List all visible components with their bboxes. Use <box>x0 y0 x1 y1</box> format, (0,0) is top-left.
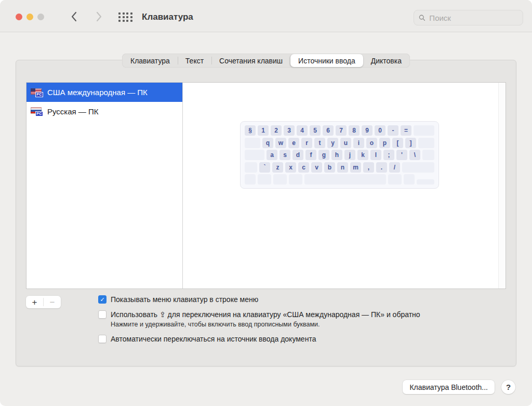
checkbox-note: Нажмите и удерживайте, чтобы включить вв… <box>111 321 514 328</box>
key-blank <box>245 150 264 160</box>
key-blank <box>258 174 271 185</box>
key-blank <box>417 179 434 185</box>
zoom-button-disabled <box>37 14 44 20</box>
search-icon <box>419 14 425 21</box>
key-4: 4 <box>297 125 308 136</box>
key-n: n <box>337 162 348 173</box>
search-field[interactable] <box>414 10 523 25</box>
key-2: 2 <box>271 125 282 136</box>
add-input-source-button[interactable]: + <box>26 296 43 308</box>
forward-button[interactable] <box>94 11 105 22</box>
checkbox-row[interactable]: ✓Показывать меню клавиатур в строке меню <box>98 295 514 304</box>
key-[: [ <box>392 138 403 148</box>
pc-badge: РС <box>35 111 43 116</box>
key-`: ` <box>259 162 270 173</box>
key-0: 0 <box>375 125 385 136</box>
key-h: h <box>331 150 342 160</box>
keyboard-row: asdfghjkl;'\ <box>245 150 434 160</box>
key-f: f <box>305 150 316 160</box>
key-r: r <box>301 138 312 148</box>
key-w: w <box>275 138 286 148</box>
keyboard-row: `zxcvbnm,./ <box>245 162 434 173</box>
input-source-name: Русская — ПК <box>47 107 99 116</box>
key-x: x <box>285 162 296 173</box>
options-list: ✓Показывать меню клавиатур в строке меню… <box>98 295 514 350</box>
list-item-input-source[interactable]: РСРусская — ПК <box>26 102 182 121</box>
key-9: 9 <box>362 125 373 136</box>
tab-bar: КлавиатураТекстСочетания клавишИсточники… <box>122 54 410 68</box>
input-sources-box: PCСША международная — ПКРСРусская — ПК §… <box>26 82 506 289</box>
ru-flag-icon: РС <box>31 108 42 114</box>
key-blank <box>414 125 434 136</box>
add-remove-control: + − <box>26 296 61 308</box>
back-button[interactable] <box>68 11 79 22</box>
scrollbar[interactable] <box>498 83 506 289</box>
close-button[interactable] <box>16 14 22 20</box>
input-source-list[interactable]: PCСША международная — ПКРСРусская — ПК <box>26 83 182 289</box>
key-§: § <box>245 125 256 136</box>
pc-badge: PC <box>35 92 43 97</box>
key-blank <box>245 162 257 173</box>
key-a: a <box>267 150 277 160</box>
key-j: j <box>344 150 355 160</box>
key-.: . <box>376 162 387 173</box>
tab-диктовка[interactable]: Диктовка <box>363 54 409 67</box>
tab-клавиатура[interactable]: Клавиатура <box>123 54 178 67</box>
input-source-name: США международная — ПК <box>47 88 148 97</box>
key-6: 6 <box>323 125 334 136</box>
bluetooth-keyboard-button[interactable]: Клавиатура Bluetooth... <box>403 380 495 394</box>
key-,: , <box>363 162 374 173</box>
key-blank <box>289 174 302 185</box>
keyboard-layout-preview: §1234567890-=qwertyuiop[]asdfghjkl;'\`zx… <box>240 121 439 189</box>
checkbox-label: Использовать ⇪ для переключения на клави… <box>111 310 420 319</box>
key-=: = <box>401 125 411 136</box>
key-1: 1 <box>258 125 269 136</box>
chevron-left-icon <box>71 11 77 22</box>
key-blank <box>388 174 402 185</box>
list-item-input-source[interactable]: PCСША международная — ПК <box>26 83 182 102</box>
key-': ' <box>396 150 407 160</box>
system-preferences-window: Клавиатура PCСША международная — ПКРСРус… <box>0 0 532 406</box>
title-bar: Клавиатура <box>0 0 532 32</box>
key-3: 3 <box>284 125 295 136</box>
traffic-lights <box>16 14 44 20</box>
show-all-grid-icon[interactable] <box>118 12 132 23</box>
checkbox-checked[interactable]: ✓ <box>98 295 107 304</box>
key-7: 7 <box>336 125 347 136</box>
checkbox-row[interactable]: Автоматически переключаться на источник … <box>98 335 514 343</box>
key-blank <box>402 162 434 173</box>
key-y: y <box>327 138 338 148</box>
key-blank <box>245 174 256 185</box>
search-input[interactable] <box>428 13 518 23</box>
preferences-pane: PCСША международная — ПКРСРусская — ПК §… <box>16 60 516 366</box>
checkbox-unchecked[interactable] <box>98 335 107 343</box>
remove-input-source-button[interactable]: − <box>44 296 61 308</box>
key-blank <box>273 174 287 185</box>
key-o: o <box>366 138 377 148</box>
key-m: m <box>350 162 361 173</box>
checkbox-row[interactable]: Использовать ⇪ для переключения на клави… <box>98 310 514 319</box>
page-title: Клавиатура <box>142 12 193 22</box>
help-button[interactable]: ? <box>501 380 515 394</box>
tab-текст[interactable]: Текст <box>178 54 211 67</box>
key-e: e <box>288 138 299 148</box>
key-;: ; <box>383 150 394 160</box>
tab-сочетания-клавиш[interactable]: Сочетания клавиш <box>211 54 290 67</box>
checkbox-label: Показывать меню клавиатур в строке меню <box>111 295 258 304</box>
checkbox-unchecked[interactable] <box>98 310 107 319</box>
key-blank <box>422 150 434 160</box>
key-/: / <box>389 162 400 173</box>
key-z: z <box>272 162 283 173</box>
key-t: t <box>314 138 325 148</box>
key-i: i <box>353 138 364 148</box>
key-blank <box>404 174 415 185</box>
tab-источники-ввода[interactable]: Источники ввода <box>290 54 363 67</box>
keyboard-row: qwertyuiop[] <box>245 138 434 148</box>
key-v: v <box>311 162 322 173</box>
checkbox-label: Автоматически переключаться на источник … <box>111 335 316 343</box>
key-blank <box>245 138 260 148</box>
list-divider <box>182 83 183 289</box>
key--: - <box>388 125 398 136</box>
chevron-right-icon <box>96 11 102 22</box>
minimize-button[interactable] <box>26 14 33 20</box>
